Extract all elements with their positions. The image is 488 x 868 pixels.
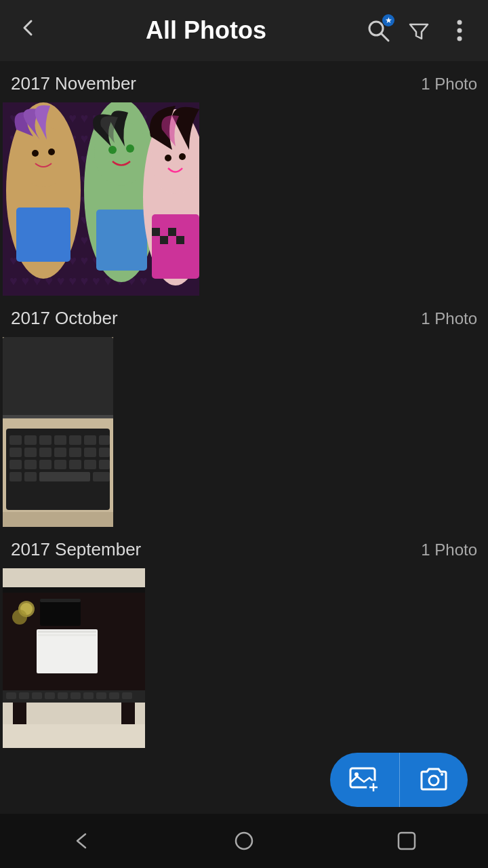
svg-point-28 <box>179 153 186 160</box>
svg-rect-62 <box>93 472 110 481</box>
svg-rect-66 <box>3 587 145 593</box>
svg-rect-97 <box>399 833 415 849</box>
svg-rect-29 <box>152 214 199 279</box>
back-button[interactable] <box>11 9 46 52</box>
svg-rect-39 <box>24 435 37 445</box>
svg-rect-24 <box>96 210 147 271</box>
section-header-november: 2017 November 1 Photo <box>0 61 488 102</box>
svg-rect-33 <box>176 236 184 244</box>
svg-rect-40 <box>39 435 52 445</box>
svg-rect-56 <box>69 460 81 469</box>
app-header: All Photos ★ <box>0 0 488 61</box>
svg-rect-84 <box>109 692 119 699</box>
svg-rect-38 <box>9 435 22 445</box>
svg-rect-59 <box>9 472 22 481</box>
svg-rect-49 <box>69 448 81 457</box>
svg-rect-85 <box>122 692 132 699</box>
svg-rect-79 <box>45 692 55 699</box>
svg-rect-78 <box>32 692 42 699</box>
svg-point-2 <box>458 20 462 25</box>
section-title-october: 2017 October <box>11 308 118 329</box>
svg-rect-36 <box>3 415 113 418</box>
svg-rect-35 <box>3 337 113 418</box>
svg-rect-77 <box>19 692 29 699</box>
nav-back-button[interactable] <box>61 821 102 861</box>
svg-rect-60 <box>24 472 37 481</box>
svg-rect-61 <box>39 472 90 481</box>
svg-point-96 <box>236 833 252 849</box>
svg-rect-70 <box>40 599 81 626</box>
svg-point-3 <box>458 28 462 33</box>
svg-rect-51 <box>99 448 110 457</box>
svg-point-17 <box>32 150 39 157</box>
svg-rect-80 <box>58 692 68 699</box>
svg-rect-76 <box>6 692 16 699</box>
photo-october-1[interactable] <box>3 337 113 527</box>
search-button[interactable]: ★ <box>361 13 396 48</box>
section-count-september: 1 Photo <box>421 540 477 559</box>
camera-icon <box>419 765 449 795</box>
svg-point-23 <box>126 144 134 153</box>
photo-september-1[interactable] <box>3 568 145 748</box>
fab-add-photo[interactable] <box>330 753 400 807</box>
nav-home-button[interactable] <box>224 821 264 861</box>
svg-rect-55 <box>54 460 66 469</box>
svg-rect-48 <box>54 448 66 457</box>
svg-rect-88 <box>38 634 96 636</box>
search-badge: ★ <box>382 14 394 26</box>
photos-content: 2017 November 1 Photo ♥ ♥ ♥ ♥ ♥ ♥ ♥ ♥ ♥ … <box>0 61 488 856</box>
svg-rect-74 <box>3 724 145 748</box>
svg-rect-53 <box>24 460 37 469</box>
more-button[interactable] <box>442 13 477 48</box>
bottom-navigation <box>0 814 488 868</box>
nav-home-icon <box>233 830 255 852</box>
svg-rect-83 <box>96 692 106 699</box>
fab-camera[interactable] <box>400 753 468 807</box>
svg-rect-31 <box>168 228 176 236</box>
svg-rect-57 <box>84 460 96 469</box>
section-title-november: 2017 November <box>11 73 136 94</box>
section-header-october: 2017 October 1 Photo <box>0 296 488 337</box>
svg-rect-71 <box>40 599 81 602</box>
svg-point-95 <box>441 773 443 776</box>
nav-recents-icon <box>396 831 417 851</box>
svg-rect-44 <box>99 435 110 445</box>
nav-recents-button[interactable] <box>386 821 427 861</box>
svg-rect-45 <box>9 448 22 457</box>
svg-point-16 <box>18 126 69 187</box>
svg-rect-81 <box>70 692 81 699</box>
photo-grid-september <box>0 568 488 748</box>
svg-point-27 <box>165 155 171 161</box>
svg-point-90 <box>354 772 359 776</box>
svg-point-22 <box>108 146 117 154</box>
svg-line-1 <box>381 33 388 41</box>
photo-november-1[interactable]: ♥ ♥ ♥ ♥ ♥ ♥ ♥ ♥ ♥ ♥ ♥ ♥ ♥ ♥ ♥ ♥ ♥ ♥ ♥ ♥ … <box>3 102 199 296</box>
svg-point-18 <box>48 149 55 155</box>
svg-point-69 <box>12 610 27 625</box>
section-header-september: 2017 September 1 Photo <box>0 527 488 568</box>
svg-rect-47 <box>39 448 52 457</box>
fab-pill[interactable] <box>330 753 468 807</box>
photo-grid-november: ♥ ♥ ♥ ♥ ♥ ♥ ♥ ♥ ♥ ♥ ♥ ♥ ♥ ♥ ♥ ♥ ♥ ♥ ♥ ♥ … <box>0 102 488 296</box>
page-title: All Photos <box>52 16 361 45</box>
svg-rect-32 <box>160 236 168 244</box>
nav-back-icon <box>70 830 92 852</box>
svg-rect-87 <box>38 631 96 633</box>
more-icon <box>456 19 463 42</box>
svg-rect-41 <box>54 435 66 445</box>
photo-grid-october <box>0 337 488 527</box>
svg-rect-58 <box>99 460 110 469</box>
filter-button[interactable] <box>401 13 436 48</box>
svg-point-4 <box>458 37 462 41</box>
header-actions: ★ <box>361 13 477 48</box>
svg-rect-42 <box>69 435 81 445</box>
svg-rect-82 <box>83 692 94 699</box>
section-count-november: 1 Photo <box>421 75 477 94</box>
section-count-october: 1 Photo <box>421 309 477 328</box>
filter-icon <box>407 19 430 42</box>
svg-point-94 <box>429 776 439 785</box>
svg-rect-46 <box>24 448 37 457</box>
fab-container <box>330 753 468 807</box>
svg-rect-52 <box>9 460 22 469</box>
svg-rect-63 <box>3 512 113 527</box>
